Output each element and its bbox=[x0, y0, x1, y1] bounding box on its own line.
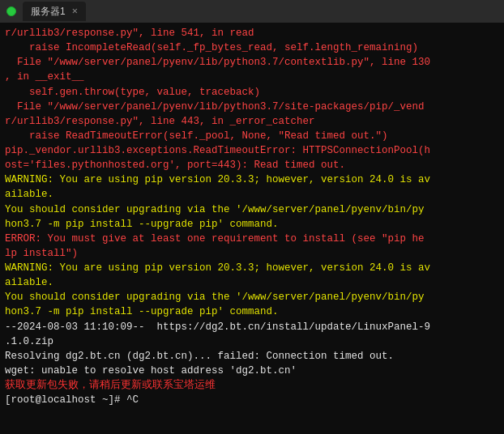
terminal-line: File "/www/server/panel/pyenv/lib/python… bbox=[5, 100, 499, 114]
terminal-line: ailable. bbox=[5, 275, 499, 290]
terminal-line: hon3.7 -m pip install --upgrade pip' com… bbox=[5, 217, 499, 232]
terminal-line: r/urllib3/response.py", line 541, in rea… bbox=[5, 26, 499, 40]
terminal-line: Resolving dg2.bt.cn (dg2.bt.cn)... faile… bbox=[5, 349, 499, 364]
terminal-line: ailable. bbox=[5, 187, 499, 202]
terminal-line: WARNING: You are using pip version 20.3.… bbox=[5, 172, 499, 187]
terminal-line: hon3.7 -m pip install --upgrade pip' com… bbox=[5, 304, 499, 319]
terminal-line: [root@localhost ~]# ^C bbox=[5, 393, 499, 407]
terminal-line: File "/www/server/panel/pyenv/lib/python… bbox=[5, 55, 499, 70]
titlebar: 服务器1 ✕ bbox=[0, 0, 504, 23]
terminal-line: raise ReadTimeoutError(self._pool, None,… bbox=[5, 129, 499, 143]
terminal-window: 服务器1 ✕ r/urllib3/response.py", line 541,… bbox=[0, 0, 504, 434]
terminal-line: ERROR: You must give at least one requir… bbox=[5, 232, 499, 246]
terminal-line: pip._vendor.urllib3.exceptions.ReadTimeo… bbox=[5, 143, 499, 158]
server-tab[interactable]: 服务器1 ✕ bbox=[23, 2, 86, 21]
terminal-line: 获取更新包失败，请稍后更新或联系宝塔运维 bbox=[5, 378, 499, 393]
tab-label: 服务器1 bbox=[31, 5, 66, 19]
terminal-line: ost='files.pythonhosted.org', port=443):… bbox=[5, 158, 499, 172]
terminal-line: WARNING: You are using pip version 20.3.… bbox=[5, 261, 499, 275]
terminal-line: You should consider upgrading via the '/… bbox=[5, 290, 499, 304]
terminal-line: lp install") bbox=[5, 246, 499, 261]
terminal-line: raise IncompleteRead(self._fp_bytes_read… bbox=[5, 40, 499, 55]
terminal-line: .1.0.zip bbox=[5, 334, 499, 349]
terminal-line: r/urllib3/response.py", line 443, in _er… bbox=[5, 114, 499, 129]
traffic-light-green[interactable] bbox=[6, 6, 16, 16]
terminal-output[interactable]: r/urllib3/response.py", line 541, in rea… bbox=[0, 23, 504, 434]
terminal-line: wget: unable to resolve host address 'dg… bbox=[5, 364, 499, 378]
terminal-line: --2024-08-03 11:10:09-- https://dg2.bt.c… bbox=[5, 320, 499, 334]
terminal-line: , in __exit__ bbox=[5, 70, 499, 84]
terminal-line: self.gen.throw(type, value, traceback) bbox=[5, 85, 499, 100]
close-tab-button[interactable]: ✕ bbox=[72, 6, 78, 16]
terminal-line: You should consider upgrading via the '/… bbox=[5, 202, 499, 217]
